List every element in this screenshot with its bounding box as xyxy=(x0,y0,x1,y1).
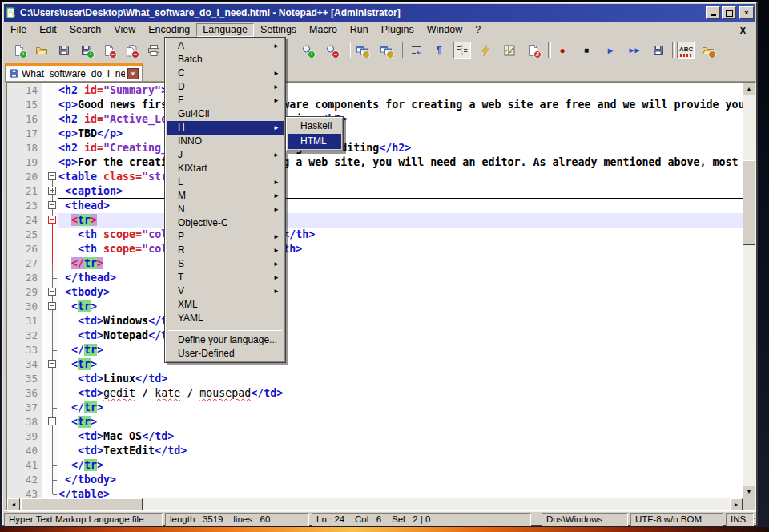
code-text[interactable]: <h2 id="Active_Learning">Active Learning… xyxy=(58,112,743,127)
macro-record-icon[interactable]: ● xyxy=(554,42,571,59)
code-text[interactable]: </thead> xyxy=(58,271,743,285)
menu-view[interactable]: View xyxy=(107,23,142,37)
fold-margin[interactable] xyxy=(47,127,58,141)
fold-margin[interactable] xyxy=(47,213,58,228)
code-text[interactable]: <caption> xyxy=(58,184,743,199)
fold-margin[interactable] xyxy=(47,386,58,401)
fold-margin[interactable] xyxy=(47,343,58,357)
menu-file[interactable]: File xyxy=(4,23,33,37)
fold-margin[interactable] xyxy=(47,98,58,112)
fold-margin[interactable] xyxy=(47,199,58,213)
code-text[interactable]: <p>Good news first: almost all software … xyxy=(58,98,743,112)
code-text[interactable]: <tbody> xyxy=(58,285,743,300)
fold-margin[interactable] xyxy=(47,256,58,271)
code-text[interactable]: <td>Windows</td> xyxy=(58,314,743,328)
indent-guide-icon[interactable] xyxy=(453,42,471,59)
macro-play-icon[interactable]: ► xyxy=(602,42,619,59)
code-text[interactable]: <th scope="col">Operating system</th> xyxy=(58,228,743,242)
language-menu-item-gui4cli[interactable]: Gui4Cli xyxy=(167,107,284,121)
language-menu-item-d[interactable]: D► xyxy=(167,80,284,94)
language-menu-item-a[interactable]: A► xyxy=(167,39,284,53)
code-text[interactable]: <td>Mac OS</td> xyxy=(58,429,743,444)
fold-margin[interactable] xyxy=(47,155,58,170)
doc-switcher-icon[interactable]: J xyxy=(525,42,542,59)
menu-window[interactable]: Window xyxy=(421,23,469,37)
fold-margin[interactable] xyxy=(47,170,58,184)
language-menu-item-yaml[interactable]: YAML xyxy=(167,312,284,325)
language-menu-item-l[interactable]: L► xyxy=(167,175,284,189)
maximize-button[interactable] xyxy=(722,6,736,19)
code-text[interactable]: <td>Notepad</td> xyxy=(58,328,743,343)
submenu-item-haskell[interactable]: Haskell xyxy=(288,119,341,134)
titlebar[interactable]: C:\Users\user\Desktop\What_software_do_I… xyxy=(4,4,755,22)
language-menu-item-p[interactable]: P► xyxy=(167,230,284,244)
language-menu-item-c[interactable]: C► xyxy=(167,66,284,80)
vertical-scrollbar[interactable]: ▲ ▼ xyxy=(743,83,755,498)
fold-margin[interactable] xyxy=(47,401,58,415)
save-all-icon[interactable]: + xyxy=(78,42,95,59)
new-file-icon[interactable]: + xyxy=(10,42,28,59)
code-text[interactable]: <tr> xyxy=(58,357,743,372)
fold-margin[interactable] xyxy=(47,300,58,314)
language-menu-item-user-defined[interactable]: User-Defined xyxy=(167,347,284,361)
zoom-in-icon[interactable]: + xyxy=(299,42,316,59)
spell-check-icon[interactable]: ABC xyxy=(677,42,695,59)
save-icon[interactable] xyxy=(55,42,73,59)
fold-margin[interactable] xyxy=(47,228,58,242)
macro-run-multi-icon[interactable]: ►► xyxy=(626,42,643,59)
code-text[interactable]: <h2 id="Creating_and_editing">Creating a… xyxy=(58,141,743,155)
language-menu-item-h[interactable]: H► xyxy=(167,121,284,135)
fold-margin[interactable] xyxy=(47,429,58,444)
close-button[interactable]: × xyxy=(739,6,754,19)
zoom-out-icon[interactable]: – xyxy=(323,42,340,59)
language-menu-item-xml[interactable]: XML xyxy=(167,298,284,312)
fold-margin[interactable] xyxy=(47,285,58,300)
code-text[interactable]: </tr> xyxy=(58,256,743,271)
fold-margin[interactable] xyxy=(47,271,58,285)
code-text[interactable]: <p>For the creation and also editing a w… xyxy=(58,155,743,170)
fold-margin[interactable] xyxy=(47,458,58,473)
fold-margin[interactable] xyxy=(47,83,58,98)
menu-plugins[interactable]: Plugins xyxy=(375,23,421,37)
menu-search[interactable]: Search xyxy=(63,23,108,37)
menu-settings[interactable]: Settings xyxy=(254,23,303,37)
minimize-button[interactable] xyxy=(706,6,720,19)
code-text[interactable]: <h2 id="Summary">Summary</h2> xyxy=(58,83,743,98)
explorer-icon[interactable] xyxy=(699,42,717,59)
fold-margin[interactable] xyxy=(47,357,58,372)
language-menu-item-t[interactable]: T► xyxy=(167,271,284,284)
language-menu-item-define-your-language-[interactable]: Define your language... xyxy=(167,333,284,347)
print-icon[interactable] xyxy=(145,42,163,59)
language-menu-item-j[interactable]: J► xyxy=(167,148,284,162)
fold-margin[interactable] xyxy=(47,242,58,256)
document-tab[interactable]: What_software_do_I_need.html × xyxy=(5,63,143,81)
code-text[interactable]: <tr> xyxy=(58,300,743,314)
language-menu-item-s[interactable]: S► xyxy=(167,257,284,271)
language-menu-item-m[interactable]: M► xyxy=(167,189,284,203)
open-file-icon[interactable] xyxy=(33,42,50,59)
horizontal-scrollbar[interactable]: ◄ ► xyxy=(7,498,743,511)
menu-language[interactable]: Language xyxy=(196,23,254,37)
vertical-scroll-thumb[interactable] xyxy=(743,160,755,245)
fold-margin[interactable] xyxy=(47,415,58,429)
fold-margin[interactable] xyxy=(47,112,58,127)
language-menu-item-n[interactable]: N► xyxy=(167,203,284,216)
user-defined-dialog-icon[interactable] xyxy=(477,42,494,59)
scroll-right-arrow[interactable]: ► xyxy=(730,498,743,511)
code-text[interactable]: <tr> xyxy=(58,213,743,228)
horizontal-scroll-thumb[interactable] xyxy=(21,498,143,511)
code-text[interactable]: <tr> xyxy=(58,415,743,429)
menubar-close-doc-icon[interactable]: X xyxy=(740,26,755,35)
tab-close-icon[interactable]: × xyxy=(127,68,139,79)
code-text[interactable]: <td>gedit / kate / mousepad</td> xyxy=(58,386,743,401)
language-menu-item-v[interactable]: V► xyxy=(167,284,284,298)
submenu-item-html[interactable]: HTML xyxy=(288,134,341,149)
code-text[interactable]: </tr> xyxy=(58,401,743,415)
language-menu-item-kixtart[interactable]: KIXtart xyxy=(167,162,284,175)
doc-map-icon[interactable] xyxy=(501,42,518,59)
code-text[interactable]: </tr> xyxy=(58,458,743,473)
menu-run[interactable]: Run xyxy=(344,23,375,37)
close-all-icon[interactable]: – xyxy=(123,42,140,59)
show-all-chars-icon[interactable]: ¶ xyxy=(430,42,448,59)
macro-stop-icon[interactable]: ■ xyxy=(578,42,595,59)
